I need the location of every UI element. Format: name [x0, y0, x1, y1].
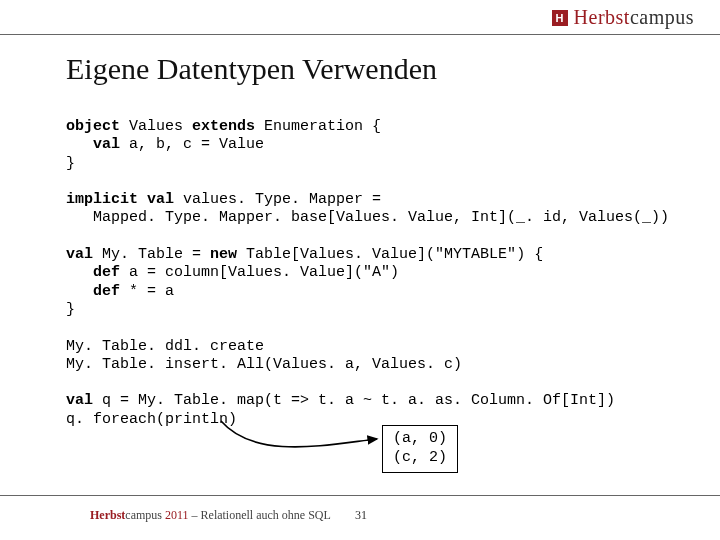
kw-implicit-val: implicit val [66, 191, 174, 208]
logo-brand-strong: Herbst [574, 6, 630, 28]
kw-extends: extends [192, 118, 255, 135]
footer-brand-rest: campus [125, 508, 162, 522]
top-divider [0, 34, 720, 35]
footer-brand-strong: Herbst [90, 508, 125, 522]
code-text: My. Table. insert. All(Values. a, Values… [66, 356, 462, 373]
code-text: values. Type. Mapper = [174, 191, 381, 208]
slide-title: Eigene Datentypen Verwenden [66, 52, 437, 86]
footer-text: Herbstcampus 2011 – Relationell auch ohn… [90, 508, 331, 523]
code-text: My. Table. ddl. create [66, 338, 264, 355]
kw-val: val [66, 392, 93, 409]
code-text: Values [120, 118, 192, 135]
code-text: Mapped. Type. Mapper. base[Values. Value… [66, 209, 669, 226]
kw-object: object [66, 118, 120, 135]
kw-val: val [93, 136, 120, 153]
kw-new: new [210, 246, 237, 263]
logo-brand-rest: campus [630, 6, 694, 28]
code-text [66, 136, 93, 153]
code-text: } [66, 301, 75, 318]
string-literal: "A" [363, 264, 390, 281]
code-text: a, b, c = Value [120, 136, 264, 153]
code-text: q = My. Table. map(t => t. a ~ t. a. as.… [93, 392, 615, 409]
output-callout: (a, 0) (c, 2) [382, 425, 458, 473]
code-text: * = a [120, 283, 174, 300]
code-text: ) { [516, 246, 543, 263]
code-text [66, 264, 93, 281]
code-text [66, 283, 93, 300]
kw-def: def [93, 283, 120, 300]
footer-rest: – Relationell auch ohne SQL [189, 508, 331, 522]
page-number: 31 [355, 508, 367, 523]
slide: H Herbstcampus Eigene Datentypen Verwend… [0, 0, 720, 540]
code-text: Table[Values. Value]( [237, 246, 435, 263]
code-text: Enumeration { [255, 118, 381, 135]
kw-val: val [66, 246, 93, 263]
bottom-divider [0, 495, 720, 496]
logo-mark-icon: H [552, 10, 568, 26]
footer-year: 2011 [162, 508, 189, 522]
code-text: } [66, 155, 75, 172]
callout-line: (a, 0) [393, 430, 447, 447]
code-text: a = column[Values. Value]( [120, 264, 363, 281]
kw-def: def [93, 264, 120, 281]
code-text: q. foreach(println) [66, 411, 237, 428]
code-text: ) [390, 264, 399, 281]
string-literal: "MYTABLE" [435, 246, 516, 263]
callout-line: (c, 2) [393, 449, 447, 466]
logo: H Herbstcampus [548, 6, 698, 29]
code-text: My. Table = [93, 246, 210, 263]
code-block: object Values extends Enumeration { val … [66, 118, 666, 429]
logo-text: Herbstcampus [574, 6, 694, 29]
